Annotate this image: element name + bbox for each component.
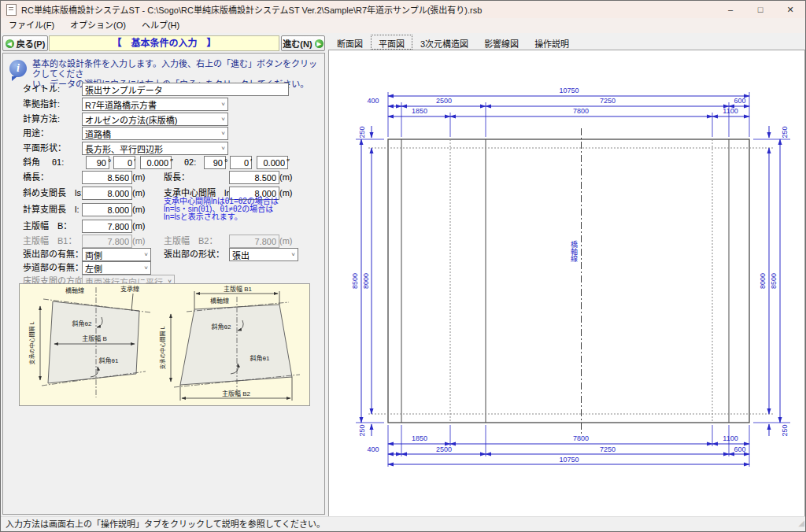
tab-3d[interactable]: 3次元構造図 bbox=[412, 35, 476, 50]
tab-sosa[interactable]: 操作説明 bbox=[527, 35, 577, 50]
title-label: タイトル: bbox=[23, 83, 60, 96]
min-unit: ′ bbox=[134, 156, 135, 169]
sec-unit: ″ bbox=[170, 156, 173, 169]
dim-8500-left: 8500 bbox=[351, 273, 359, 289]
theta2-sec-input[interactable] bbox=[257, 156, 288, 169]
keisan-value: オルゼンの方法(床版橋) bbox=[83, 113, 219, 126]
plan-shape-parallelogram bbox=[48, 301, 139, 383]
dim-400-top: 400 bbox=[367, 97, 379, 105]
shishin-select[interactable]: R7年道路橋示方書 ˅ bbox=[82, 98, 228, 111]
row-keisan: 計算方法: オルゼンの方法(床版橋) ˅ bbox=[3, 113, 324, 126]
minimize-button[interactable]: – bbox=[715, 1, 745, 18]
harid-keijo-label: 張出部の形状： bbox=[164, 248, 224, 261]
chevron-down-icon: ˅ bbox=[219, 130, 227, 137]
menu-help[interactable]: ヘルプ(H) bbox=[134, 18, 187, 33]
plan-view-canvas: 橋軸線 10750 400 2500 7250 600 1850 7800 bbox=[328, 50, 805, 518]
sec-unit: ″ bbox=[287, 156, 290, 169]
keisanshikan-input[interactable] bbox=[82, 203, 132, 216]
menu-option[interactable]: オプション(O) bbox=[62, 18, 134, 33]
dim-2500-bottom: 2500 bbox=[436, 445, 452, 453]
dim-250-bottomright: 250 bbox=[781, 424, 789, 436]
hancho-input[interactable] bbox=[229, 171, 279, 184]
title-input[interactable] bbox=[82, 83, 289, 96]
b1-label: 主版幅 B1： bbox=[23, 235, 76, 248]
span-label: 支承の中心間隔 L bbox=[28, 321, 35, 364]
tab-eikyosen[interactable]: 影響線図 bbox=[476, 35, 527, 50]
m-unit: (m) bbox=[279, 235, 293, 248]
tab-danmenzu[interactable]: 断面図 bbox=[329, 35, 371, 50]
dim-1100-top: 1100 bbox=[723, 107, 738, 115]
dim-8000-left: 8000 bbox=[362, 273, 370, 289]
plan-shape-trapezoid bbox=[180, 305, 292, 385]
back-button[interactable]: ◀ 戻る(P) bbox=[2, 35, 48, 51]
dim-total-bottom: 10750 bbox=[559, 456, 579, 464]
b1-input bbox=[82, 235, 132, 248]
dim-total-top: 10750 bbox=[559, 87, 579, 94]
m-unit: (m) bbox=[132, 235, 146, 248]
heimen-label: 平面形状： bbox=[23, 142, 66, 155]
b-label: 主版幅 B： bbox=[23, 220, 72, 233]
geometry-diagram: 橋軸線 支承線 主版幅 B 支承の中心間隔 L 斜角θ2 斜角θ1 主版幅 B1 bbox=[19, 283, 310, 406]
next-button-label: 進む(N) bbox=[283, 37, 312, 50]
deg-unit: ° bbox=[108, 156, 111, 169]
keisan-label: 計算方法: bbox=[23, 113, 60, 126]
span-label: 支承の中心間隔 L bbox=[159, 326, 166, 369]
dim-2500-top: 2500 bbox=[436, 97, 452, 105]
heimen-select[interactable]: 長方形、平行四辺形 ˅ bbox=[82, 142, 228, 155]
dim-250-topright: 250 bbox=[781, 126, 789, 138]
harid-keijo-select[interactable]: 張出 ˅ bbox=[229, 248, 298, 261]
dim-1850-top: 1850 bbox=[412, 107, 427, 115]
back-arrow-icon: ◀ bbox=[6, 39, 14, 48]
heimen-value: 長方形、平行四辺形 bbox=[83, 142, 219, 155]
dim-7250-top: 7250 bbox=[600, 97, 616, 105]
dim-600-top: 600 bbox=[734, 97, 745, 105]
yoto-value: 道路橋 bbox=[83, 127, 219, 140]
shishin-label: 準拠指針: bbox=[23, 98, 60, 111]
next-button[interactable]: 進む(N) ▶ bbox=[281, 35, 325, 51]
theta1-min-input[interactable] bbox=[113, 156, 135, 169]
chevron-down-icon: ˅ bbox=[289, 251, 298, 258]
width-b2-label: 主版幅 B2 bbox=[222, 390, 251, 397]
row-hodo: 歩道部の有無： 左側 ˅ bbox=[3, 261, 324, 275]
dim-400-bottom: 400 bbox=[367, 445, 379, 453]
back-button-label: 戻る(P) bbox=[17, 37, 46, 50]
deg-unit: ° bbox=[224, 156, 227, 169]
tab-heimenzu[interactable]: 平面図 bbox=[371, 35, 412, 50]
row-heimen: 平面形状： 長方形、平行四辺形 ˅ bbox=[3, 142, 324, 155]
naname-input[interactable] bbox=[82, 187, 132, 200]
menu-bar: ファイル(F) オプション(O) ヘルプ(H) bbox=[1, 18, 805, 33]
hodo-value: 左側 bbox=[83, 262, 142, 275]
dim-7800-top: 7800 bbox=[573, 107, 589, 115]
span-note: 支承中心間隔lnはθ1=θ2の場合は ln=ls・sin(θ1)、θ1≠θ2の場… bbox=[164, 198, 321, 221]
width-b1-label: 主版幅 B1 bbox=[224, 285, 253, 293]
width-b-label: 主版幅 B bbox=[82, 334, 107, 342]
menu-file[interactable]: ファイル(F) bbox=[1, 18, 62, 33]
theta2-min-input[interactable] bbox=[230, 156, 252, 169]
chevron-down-icon: ˅ bbox=[219, 116, 227, 123]
status-text: 入力方法は画面右上の「操作説明」タブをクリックして説明を参照してください。 bbox=[6, 519, 325, 529]
chevron-down-icon: ˅ bbox=[142, 264, 150, 272]
row-title: タイトル: bbox=[3, 83, 324, 96]
hodo-select[interactable]: 左側 ˅ bbox=[82, 261, 151, 275]
b2-label: 主版幅 B2： bbox=[164, 235, 217, 248]
theta1-sec-input[interactable] bbox=[140, 156, 172, 169]
kyocho-label: 橋長： bbox=[23, 171, 49, 184]
harid-umu-select[interactable]: 両側 ˅ bbox=[82, 248, 151, 261]
theta1-deg-input[interactable] bbox=[86, 156, 109, 169]
theta2-deg-input[interactable] bbox=[204, 156, 226, 169]
close-button[interactable]: ✕ bbox=[775, 1, 805, 18]
maximize-button[interactable]: □ bbox=[745, 1, 775, 18]
harid-umu-value: 両側 bbox=[83, 249, 142, 261]
b2-input bbox=[229, 235, 279, 248]
resize-grip[interactable]: ◢ bbox=[798, 515, 804, 530]
row-shishin: 準拠指針: R7年道路橋示方書 ˅ bbox=[3, 98, 324, 111]
axis-label: 橋軸線 bbox=[65, 286, 84, 294]
yoto-select[interactable]: 道路橋 ˅ bbox=[82, 127, 228, 140]
harid-umu-label: 張出部の有無： bbox=[23, 248, 83, 261]
theta1-label: 斜角θ1 bbox=[99, 357, 119, 364]
keisan-select[interactable]: オルゼンの方法(床版橋) ˅ bbox=[82, 113, 228, 126]
geometry-diagram-svg: 橋軸線 支承線 主版幅 B 支承の中心間隔 L 斜角θ2 斜角θ1 主版幅 B1 bbox=[20, 284, 309, 405]
b-input[interactable] bbox=[82, 220, 132, 233]
row-b1b2: 主版幅 B1： (m) 主版幅 B2： (m) bbox=[3, 235, 324, 248]
kyocho-input[interactable] bbox=[82, 171, 132, 184]
